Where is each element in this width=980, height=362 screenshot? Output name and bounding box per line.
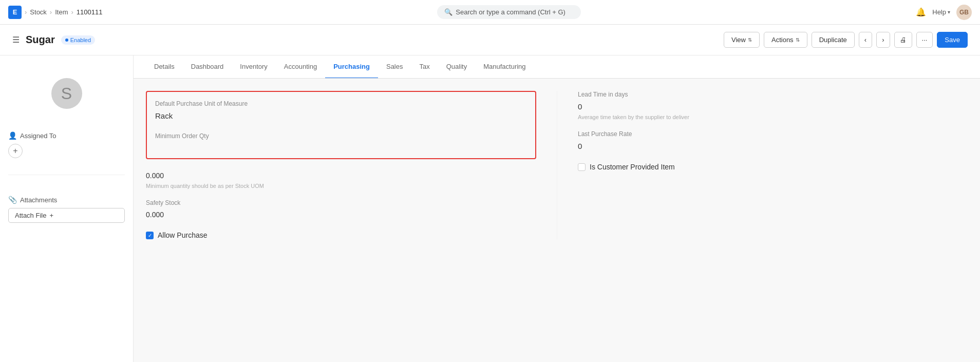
page-title: Sugar (26, 34, 55, 46)
more-button[interactable]: ··· (916, 32, 933, 48)
lead-time-hint: Average time taken by the supplier to de… (578, 114, 968, 120)
minimum-order-qty-label-group: Minimum Order Qty (155, 132, 527, 140)
tab-sales[interactable]: Sales (378, 55, 411, 79)
attachments-section: 📎 Attachments Attach File + (8, 196, 125, 223)
paperclip-icon: 📎 (8, 196, 17, 204)
tab-inventory[interactable]: Inventory (232, 55, 275, 79)
hamburger-icon[interactable]: ☰ (12, 35, 20, 45)
tab-quality[interactable]: Quality (438, 55, 475, 79)
top-navigation: E › Stock › Item › 1100111 🔍 Search or t… (0, 0, 980, 25)
safety-stock-group: Safety Stock 0.000 (146, 199, 536, 221)
allow-purchase-checkbox[interactable] (146, 232, 154, 239)
last-purchase-rate-label: Last Purchase Rate (578, 130, 968, 138)
prev-button[interactable]: ‹ (859, 32, 872, 48)
sep1: › (25, 8, 27, 16)
form-grid: Default Purchase Unit of Measure Rack Mi… (146, 91, 968, 239)
minimum-order-qty-label: Minimum Order Qty (155, 132, 527, 140)
assigned-to-label-row: 👤 Assigned To (8, 131, 125, 140)
is-customer-provided-checkbox[interactable] (578, 163, 586, 171)
actions-chevron: ⇅ (796, 37, 800, 43)
red-bordered-section: Default Purchase Unit of Measure Rack Mi… (146, 91, 536, 159)
minimum-order-qty-group: 0.000 Minimum quantity should be as per … (146, 169, 536, 189)
search-placeholder: Search or type a command (Ctrl + G) (456, 8, 566, 16)
minimum-order-qty-hint: Minimum quantity should be as per Stock … (146, 183, 536, 189)
help-chevron: ▾ (948, 9, 950, 15)
breadcrumb-area: E › Stock › Item › 1100111 (8, 6, 102, 19)
next-button[interactable]: › (876, 32, 890, 48)
duplicate-button[interactable]: Duplicate (812, 32, 855, 48)
breadcrumb-item[interactable]: Item (55, 8, 68, 16)
search-icon: 🔍 (444, 8, 453, 16)
app-icon[interactable]: E (8, 6, 22, 19)
allow-purchase-row: Allow Purchase (146, 231, 536, 239)
assigned-to-section: 👤 Assigned To + (8, 131, 125, 158)
sep3: › (71, 8, 73, 16)
search-area[interactable]: 🔍 Search or type a command (Ctrl + G) (437, 5, 581, 19)
status-label: Enabled (70, 37, 91, 43)
is-customer-provided-label: Is Customer Provided Item (590, 163, 675, 171)
actions-button[interactable]: Actions ⇅ (764, 32, 807, 48)
page-header-left: ☰ Sugar Enabled (12, 34, 95, 46)
record-avatar: S (51, 78, 82, 109)
is-customer-provided-row: Is Customer Provided Item (578, 163, 968, 171)
last-purchase-rate-group: Last Purchase Rate 0 (578, 130, 968, 153)
status-badge: Enabled (61, 35, 95, 45)
tab-purchasing[interactable]: Purchasing (325, 55, 378, 79)
minimum-order-qty-value[interactable]: 0.000 (146, 169, 536, 182)
tab-manufacturing[interactable]: Manufacturing (475, 55, 534, 79)
sidebar-divider (8, 175, 125, 175)
lead-time-group: Lead Time in days 0 Average time taken b… (578, 91, 968, 120)
person-icon: 👤 (8, 131, 17, 140)
status-dot (65, 39, 68, 42)
attachments-label-row: 📎 Attachments (8, 196, 125, 204)
attach-file-button[interactable]: Attach File + (8, 208, 125, 223)
search-bar[interactable]: 🔍 Search or type a command (Ctrl + G) (437, 5, 581, 19)
avatar[interactable]: GB (956, 5, 972, 20)
view-button[interactable]: View ⇅ (724, 32, 760, 48)
attach-file-label: Attach File (15, 212, 46, 219)
purchasing-content: Default Purchase Unit of Measure Rack Mi… (134, 79, 980, 252)
lead-time-value[interactable]: 0 (578, 100, 968, 113)
main-layout: S 👤 Assigned To + 📎 Attachments Attach F… (0, 55, 980, 362)
tab-tax[interactable]: Tax (411, 55, 438, 79)
tab-bar: Details Dashboard Inventory Accounting P… (134, 55, 980, 79)
form-left: Default Purchase Unit of Measure Rack Mi… (146, 91, 557, 239)
default-purchase-uom-label: Default Purchase Unit of Measure (155, 100, 527, 107)
bell-icon[interactable]: 🔔 (916, 7, 926, 17)
breadcrumb-stock[interactable]: Stock (30, 8, 47, 16)
view-chevron: ⇅ (748, 37, 752, 43)
safety-stock-value[interactable]: 0.000 (146, 208, 536, 221)
allow-purchase-label: Allow Purchase (158, 231, 208, 239)
safety-stock-label: Safety Stock (146, 199, 536, 206)
help-button[interactable]: Help ▾ (932, 8, 950, 16)
sidebar: S 👤 Assigned To + 📎 Attachments Attach F… (0, 55, 134, 362)
add-assigned-to-button[interactable]: + (8, 144, 23, 158)
form-right: Lead Time in days 0 Average time taken b… (557, 91, 968, 239)
content-area: Details Dashboard Inventory Accounting P… (134, 55, 980, 362)
save-button[interactable]: Save (937, 32, 968, 48)
page-header: ☰ Sugar Enabled View ⇅ Actions ⇅ Duplica… (0, 25, 980, 55)
last-purchase-rate-value[interactable]: 0 (578, 140, 968, 153)
assigned-to-label: Assigned To (20, 132, 56, 140)
top-nav-right: 🔔 Help ▾ GB (916, 5, 972, 20)
help-label: Help (932, 8, 946, 16)
default-purchase-uom-value[interactable]: Rack (155, 109, 527, 122)
breadcrumb-current: 1100111 (77, 8, 103, 16)
print-button[interactable]: 🖨 (894, 32, 912, 48)
default-purchase-uom-group: Default Purchase Unit of Measure Rack (155, 100, 527, 122)
attach-plus-icon: + (49, 212, 53, 219)
page-header-right: View ⇅ Actions ⇅ Duplicate ‹ › 🖨 ··· Sav… (724, 32, 968, 48)
sep2: › (50, 8, 52, 16)
tab-accounting[interactable]: Accounting (276, 55, 325, 79)
lead-time-label: Lead Time in days (578, 91, 968, 98)
attachments-label: Attachments (20, 196, 57, 204)
tab-details[interactable]: Details (146, 55, 183, 79)
tab-dashboard[interactable]: Dashboard (183, 55, 232, 79)
